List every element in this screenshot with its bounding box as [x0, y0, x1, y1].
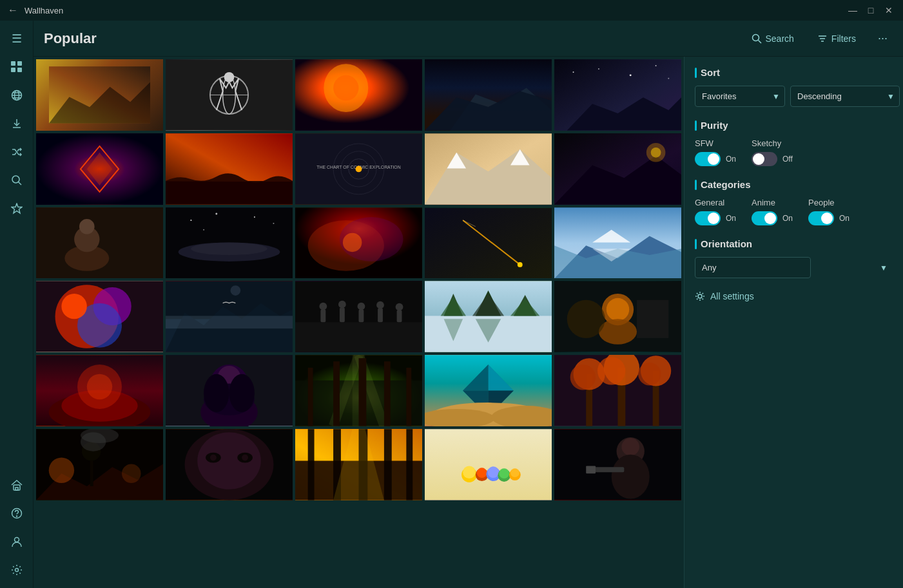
orientation-select[interactable]: Any Landscape Portrait Square	[695, 257, 811, 278]
purity-sketchy-toggle[interactable]	[752, 152, 777, 166]
svg-point-20	[752, 34, 759, 41]
gallery-item[interactable]	[295, 59, 422, 131]
close-button[interactable]: ✕	[882, 5, 895, 15]
category-anime-label: Anime	[752, 198, 793, 207]
purity-section: Purity SFW On Sketchy	[695, 120, 893, 166]
content-area: THE CHART OF COSMIC EXPLORATION ✓	[34, 57, 903, 588]
svg-point-31	[224, 72, 235, 82]
maximize-button[interactable]: □	[864, 5, 877, 15]
svg-line-12	[18, 182, 21, 185]
svg-point-106	[358, 303, 365, 310]
sidebar-search-icon[interactable]	[4, 167, 30, 193]
gallery-item[interactable]	[166, 207, 293, 279]
gallery-item[interactable]	[554, 429, 681, 500]
purity-sfw-toggle-row: On	[695, 152, 736, 166]
all-settings-button[interactable]: All settings	[695, 291, 893, 301]
gallery-item[interactable]	[36, 59, 163, 131]
svg-point-202	[510, 468, 519, 477]
svg-marker-13	[12, 204, 22, 213]
purity-sfw: SFW On	[695, 138, 736, 166]
purity-sfw-toggle[interactable]	[695, 152, 721, 166]
svg-point-110	[396, 303, 403, 311]
svg-point-168	[638, 363, 661, 385]
svg-point-11	[12, 176, 19, 183]
gallery-item[interactable]	[36, 133, 163, 205]
gallery-item[interactable]	[166, 429, 293, 500]
svg-point-137	[204, 374, 229, 412]
sidebar-download-icon[interactable]	[4, 111, 30, 137]
sidebar-user-icon[interactable]	[4, 529, 30, 555]
svg-point-138	[229, 374, 255, 412]
sidebar-globe-icon[interactable]	[4, 82, 30, 108]
category-people-toggle[interactable]	[808, 211, 834, 225]
category-general-state: On	[726, 214, 736, 223]
svg-rect-186	[308, 429, 315, 500]
sidebar-settings-icon[interactable]	[4, 557, 30, 583]
gallery[interactable]: THE CHART OF COSMIC EXPLORATION ✓	[34, 57, 684, 588]
gallery-item[interactable]	[36, 429, 163, 500]
gallery-item[interactable]	[425, 355, 552, 426]
svg-point-205	[621, 438, 639, 456]
sort-row: Favorites Date Added Views Random ▼ Desc…	[695, 86, 893, 107]
window-controls: — □ ✕	[846, 5, 895, 15]
svg-rect-101	[320, 310, 325, 323]
gallery-item[interactable]: ✓	[425, 133, 552, 205]
minimize-button[interactable]: —	[846, 5, 859, 15]
svg-rect-192	[425, 429, 552, 500]
sidebar-grid-icon[interactable]	[4, 54, 30, 80]
purity-sfw-label: SFW	[695, 138, 736, 148]
gallery-item[interactable]	[166, 355, 293, 426]
gallery-item[interactable]	[425, 59, 552, 131]
gallery-item[interactable]	[425, 429, 552, 500]
svg-point-172	[122, 464, 141, 483]
gallery-item[interactable]: ✓	[554, 207, 681, 279]
sort-select[interactable]: Favorites Date Added Views Random	[695, 86, 785, 107]
svg-point-196	[477, 468, 487, 478]
svg-point-40	[573, 71, 574, 73]
svg-rect-100	[295, 323, 422, 352]
search-button[interactable]: Search	[745, 30, 801, 48]
orientation-title: Orientation	[695, 238, 893, 249]
gallery-item[interactable]	[295, 281, 422, 352]
sidebar-shuffle-icon[interactable]	[4, 139, 30, 165]
category-anime-toggle[interactable]	[752, 211, 777, 225]
gallery-item[interactable]	[166, 59, 293, 131]
sort-section: Sort Favorites Date Added Views Random ▼	[695, 67, 893, 107]
gallery-item[interactable]: THE CHART OF COSMIC EXPLORATION	[295, 133, 422, 205]
purity-sketchy-toggle-row: Off	[752, 152, 793, 166]
sidebar-menu-icon[interactable]: ☰	[4, 26, 30, 52]
gallery-item[interactable]	[295, 207, 422, 279]
svg-point-44	[668, 78, 669, 79]
svg-rect-1	[17, 61, 22, 66]
gallery-item[interactable]	[554, 281, 681, 352]
svg-point-42	[630, 74, 632, 76]
gallery-item[interactable]	[554, 133, 681, 205]
gallery-item[interactable]	[425, 207, 552, 279]
gallery-item[interactable]	[295, 429, 422, 500]
svg-point-19	[15, 569, 18, 572]
all-settings-label: All settings	[710, 291, 754, 301]
category-general-toggle[interactable]	[695, 211, 721, 225]
gallery-item[interactable]	[554, 59, 681, 131]
filters-button[interactable]: Filters	[811, 30, 862, 48]
sidebar-help-icon[interactable]	[4, 500, 30, 526]
svg-point-179	[197, 432, 261, 489]
gallery-item[interactable]	[425, 281, 552, 352]
svg-rect-146	[359, 358, 367, 426]
sidebar-home-icon[interactable]	[4, 472, 30, 498]
svg-point-209	[698, 294, 702, 298]
svg-rect-190	[406, 429, 413, 500]
gallery-item[interactable]	[36, 355, 163, 426]
sidebar-star-icon[interactable]	[4, 196, 30, 222]
gallery-item[interactable]	[36, 207, 163, 279]
gallery-item[interactable]	[36, 281, 163, 352]
gallery-item[interactable]	[295, 355, 422, 426]
gallery-item[interactable]	[554, 355, 681, 426]
gallery-grid: THE CHART OF COSMIC EXPLORATION ✓	[36, 59, 681, 500]
direction-select[interactable]: Descending Ascending	[790, 86, 900, 107]
gallery-item[interactable]	[166, 281, 293, 352]
gallery-item[interactable]	[166, 133, 293, 205]
back-button[interactable]: ←	[8, 5, 18, 16]
svg-point-200	[499, 468, 509, 479]
more-options-button[interactable]: ···	[873, 29, 893, 48]
